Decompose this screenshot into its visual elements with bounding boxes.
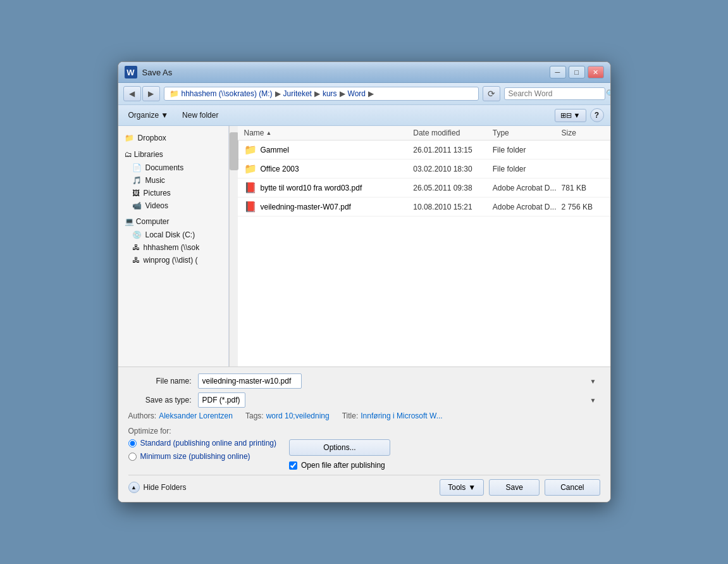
minimum-radio[interactable] — [128, 453, 137, 461]
save-type-label: Save as type: — [128, 396, 198, 404]
pdf-file-icon: 📕 — [244, 182, 257, 194]
sidebar-item-hhhashem[interactable]: 🖧 hhhashem (\\sok — [118, 241, 228, 254]
sidebar-libraries-label: Libraries — [134, 150, 163, 159]
refresh-button[interactable]: ⟳ — [483, 86, 500, 101]
sidebar-item-videos[interactable]: 📹 Videos — [118, 199, 228, 212]
content-area: 📁 Dropbox 🗂 Libraries 📄 Documents 🎵 Musi… — [118, 126, 610, 367]
file-name: Office 2003 — [261, 165, 299, 173]
title-bar-buttons: ─ □ ✕ — [550, 66, 604, 78]
path-part-1[interactable]: hhhashem (\\sokrates) (M:) — [182, 89, 273, 98]
new-folder-button[interactable]: New folder — [178, 109, 222, 122]
sidebar-item-documents[interactable]: 📄 Documents — [118, 161, 228, 174]
organize-button[interactable]: Organize ▼ — [125, 109, 173, 122]
save-type-wrapper: PDF (*.pdf) ▼ — [198, 392, 600, 408]
table-row[interactable]: 📕 bytte til word10 fra word03.pdf 26.05.… — [238, 179, 610, 197]
authors-value: Aleksander Lorentzen — [159, 411, 233, 420]
file-name-cell: 📕 bytte til word10 fra word03.pdf — [244, 182, 414, 194]
options-area: Optimize for: Standard (publishing onlin… — [128, 427, 600, 470]
column-date[interactable]: Date modified — [413, 128, 493, 137]
nav-buttons: ◀ ▶ — [123, 86, 160, 101]
sidebar-hhhashem-label: hhhashem (\\sok — [144, 243, 200, 252]
drive-icon: 💿 — [132, 230, 142, 239]
file-type: File folder — [493, 165, 562, 173]
help-button[interactable]: ? — [590, 108, 604, 122]
sidebar-item-pictures[interactable]: 🖼 Pictures — [118, 187, 228, 199]
column-size[interactable]: Size — [562, 128, 604, 137]
folder-icon: 📁 — [170, 89, 179, 98]
maximize-button[interactable]: □ — [569, 66, 585, 78]
title-bar-left: W Save As — [125, 66, 173, 78]
table-row[interactable]: 📁 Office 2003 03.02.2010 18:30 File fold… — [238, 160, 610, 179]
table-row[interactable]: 📁 Gammel 26.01.2011 13:15 File folder — [238, 141, 610, 160]
address-bar: ◀ ▶ 📁 hhhashem (\\sokrates) (M:) ▶ Jurit… — [118, 83, 610, 105]
tools-label: Tools — [448, 483, 466, 492]
file-date: 03.02.2010 18:30 — [413, 165, 493, 173]
folder-icon: 📁 — [244, 163, 257, 175]
column-type[interactable]: Type — [493, 128, 562, 137]
tools-button[interactable]: Tools ▼ — [440, 479, 484, 496]
sidebar-item-music[interactable]: 🎵 Music — [118, 174, 228, 187]
table-row[interactable]: 📕 veiledning-master-W07.pdf 10.08.2010 1… — [238, 197, 610, 216]
sidebar-music-label: Music — [145, 176, 165, 185]
sidebar-documents-label: Documents — [145, 163, 184, 172]
file-date: 10.08.2010 15:21 — [413, 203, 493, 211]
file-name: veiledning-master-W07.pdf — [261, 203, 351, 211]
search-icon: 🔍 — [606, 89, 611, 98]
minimize-button[interactable]: ─ — [550, 66, 566, 78]
cancel-button[interactable]: Cancel — [545, 479, 600, 496]
save-button[interactable]: Save — [489, 479, 540, 496]
organize-chevron-icon: ▼ — [161, 111, 168, 120]
title-bar: W Save As ─ □ ✕ — [118, 62, 610, 83]
view-chevron-icon: ▼ — [574, 111, 581, 119]
file-name-cell: 📁 Office 2003 — [244, 163, 414, 175]
authors-label: Authors: — [128, 411, 157, 420]
path-part-4[interactable]: Word — [348, 89, 366, 98]
videos-icon: 📹 — [132, 201, 142, 210]
path-part-2[interactable]: Juriteket — [283, 89, 312, 98]
column-name[interactable]: Name ▲ — [244, 128, 414, 137]
network-drive-icon: 🖧 — [132, 243, 140, 252]
scrollbar-thumb[interactable] — [230, 132, 238, 170]
sidebar-item-dropbox[interactable]: 📁 Dropbox — [118, 131, 228, 145]
tags-value: word 10;veiledning — [266, 411, 330, 420]
file-name-arrow-icon: ▼ — [590, 378, 596, 385]
music-icon: 🎵 — [132, 176, 142, 185]
authors-item: Authors: Aleksander Lorentzen — [128, 411, 233, 420]
title-item: Title: Innføring i Microsoft W... — [342, 411, 443, 420]
path-part-3[interactable]: kurs — [323, 89, 337, 98]
minimum-option: Minimum size (publishing online) — [128, 451, 276, 462]
sidebar-item-winprog[interactable]: 🖧 winprog (\\dist) ( — [118, 254, 228, 266]
close-button[interactable]: ✕ — [588, 66, 604, 78]
tools-arrow-icon: ▼ — [468, 483, 476, 492]
dialog-title: Save As — [142, 68, 173, 77]
pdf-file-icon: 📕 — [244, 201, 257, 213]
open-after-checkbox[interactable] — [289, 461, 297, 470]
sidebar: 📁 Dropbox 🗂 Libraries 📄 Documents 🎵 Musi… — [118, 126, 229, 367]
hide-folders-button[interactable]: ▲ Hide Folders — [128, 482, 187, 493]
sidebar-item-local-disk[interactable]: 💿 Local Disk (C:) — [118, 229, 228, 241]
minimum-label[interactable]: Minimum size (publishing online) — [140, 451, 250, 462]
sidebar-scrollbar[interactable] — [229, 126, 238, 367]
sidebar-dropbox-label: Dropbox — [138, 134, 166, 142]
standard-label[interactable]: Standard (publishing online and printing… — [140, 438, 276, 449]
options-button[interactable]: Options... — [289, 439, 390, 456]
open-after-label: Open file after publishing — [301, 461, 385, 470]
breadcrumb[interactable]: 📁 hhhashem (\\sokrates) (M:) ▶ Juriteket… — [164, 87, 479, 101]
back-button[interactable]: ◀ — [123, 86, 141, 101]
open-after-row: Open file after publishing — [289, 461, 385, 470]
view-button[interactable]: ⊞⊟ ▼ — [555, 109, 586, 122]
file-rows-container: 📁 Gammel 26.01.2011 13:15 File folder 📁 … — [238, 141, 610, 216]
search-input[interactable] — [509, 89, 603, 98]
save-type-select[interactable]: PDF (*.pdf) — [198, 392, 245, 408]
organize-label: Organize — [128, 111, 159, 120]
standard-radio[interactable] — [128, 439, 137, 448]
sidebar-winprog-label: winprog (\\dist) ( — [144, 256, 198, 265]
save-as-dialog: W Save As ─ □ ✕ ◀ ▶ 📁 hhhashem (\\sokrat… — [118, 61, 611, 503]
tags-label: Tags: — [245, 411, 264, 420]
search-bar: 🔍 — [504, 87, 605, 100]
file-name: bytte til word10 fra word03.pdf — [261, 184, 362, 192]
file-name-wrapper: ▼ — [198, 373, 600, 389]
forward-button[interactable]: ▶ — [142, 86, 160, 101]
file-name-input[interactable] — [198, 373, 302, 389]
network-drive2-icon: 🖧 — [132, 256, 140, 265]
